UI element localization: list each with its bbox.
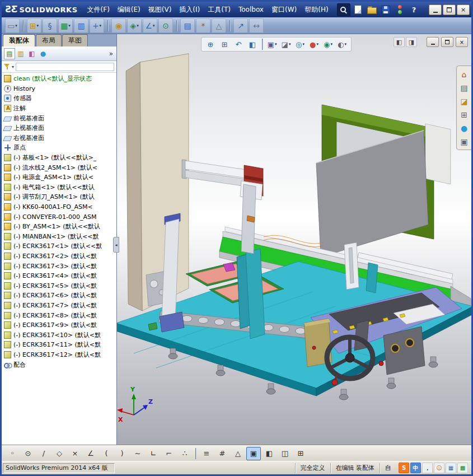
instant3d-icon[interactable]: ↗ (233, 18, 248, 33)
zoom-fit-icon[interactable]: ⊕ (204, 38, 217, 50)
polygon-tool-icon[interactable]: ◇ (52, 447, 67, 460)
appearances-icon[interactable]: ● (458, 122, 470, 134)
model-teal-plates[interactable] (237, 249, 265, 339)
grid-snap-icon[interactable]: # (215, 447, 230, 460)
custom-properties-icon[interactable]: ▣ (458, 136, 470, 147)
section-tool-icon[interactable]: ◧ (262, 447, 277, 460)
filter-input[interactable] (16, 63, 114, 71)
view-settings-icon[interactable]: ◐▾ (335, 38, 349, 50)
help-button[interactable]: ? (408, 4, 420, 16)
mate-icon[interactable]: § (43, 18, 57, 33)
spline-tool-icon[interactable]: ~ (130, 447, 145, 460)
tree-item-dianqixiang[interactable]: (-) 电气箱<1> (默认<<默认 (2, 183, 116, 193)
resources-home-icon[interactable]: ⌂ (458, 68, 470, 80)
new-motion-study-icon[interactable]: ⊙ (158, 18, 173, 33)
menu-file[interactable]: 文件(F) (83, 2, 114, 17)
ime-chinese-mode-icon[interactable]: 中 (410, 463, 421, 473)
tree-item-ecrk3617-2[interactable]: (-) ECRK3617<2> (默认<默 (2, 251, 116, 262)
status-light-button[interactable] (394, 4, 406, 16)
model-cabinet[interactable] (126, 54, 189, 311)
trim-entities-icon[interactable]: × (68, 447, 82, 460)
linear-component-pattern-icon[interactable]: ▦▾ (58, 18, 73, 33)
tangent-arc-icon[interactable]: ) (115, 447, 129, 460)
tree-item-history[interactable]: History (2, 84, 116, 94)
centerpoint-arc-icon[interactable]: ( (99, 447, 114, 460)
exploded-view-icon[interactable]: * (196, 18, 210, 33)
tree-item-sensors[interactable]: 传感器 (2, 94, 116, 104)
four-view-icon[interactable]: ⊞ (293, 447, 308, 460)
overflow-chevron[interactable]: » (109, 50, 114, 58)
tree-item-ecrk3617-9[interactable]: (-) ECRK3617<9> (默认<默 (2, 320, 116, 330)
displaymanager-tab-icon[interactable]: ● (38, 48, 49, 59)
tree-item-ecrk3617-8[interactable]: (-) ECRK3617<8> (默认<默 (2, 310, 116, 320)
previous-view-icon[interactable]: ↶ (232, 38, 245, 50)
perpendicular-line-icon[interactable]: ∟ (146, 447, 161, 460)
design-library-icon[interactable]: ▤ (458, 82, 470, 94)
tree-item-ecrk3617-7[interactable]: (-) ECRK3617<7> (默认<默 (2, 301, 116, 311)
insert-components-icon[interactable]: ⊞▾ (27, 18, 41, 33)
ime-keyboard-icon[interactable]: ▦ (446, 463, 456, 473)
point-pattern-icon[interactable]: ∴ (177, 447, 192, 460)
tree-item-ecrk3617-1[interactable]: (-) ECRK3617<1> (默认<<默 (2, 241, 116, 251)
two-view-icon[interactable]: ◫ (278, 447, 292, 460)
move-component-icon[interactable]: +▾ (90, 18, 104, 33)
apply-scene-icon[interactable]: ◉▾ (321, 38, 335, 50)
propertymanager-tab-icon[interactable]: ▥ (15, 48, 26, 59)
menu-edit[interactable]: 编辑(E) (114, 2, 144, 17)
point-tool-icon[interactable]: ◦ (5, 447, 20, 460)
configurationmanager-tab-icon[interactable]: ◧ (26, 48, 38, 59)
menu-view[interactable]: 视图(V) (144, 2, 176, 17)
ime-toolbox-icon[interactable]: ▩ (457, 463, 468, 473)
tree-item-ecrk3617-10[interactable]: (-) ECRK3617<10> (默认<默 (2, 330, 116, 340)
convert-entities-icon[interactable]: ≡ (199, 447, 214, 460)
hide-show-items-icon[interactable]: ◎▾ (293, 38, 307, 50)
open-button[interactable] (366, 4, 378, 16)
tree-item-right-plane[interactable]: 右视基准面 (2, 133, 116, 143)
panel-splitter-arrow[interactable]: ◂ (113, 237, 119, 253)
tree-item-ecrk3617-11[interactable]: (-) ECRK3617<11> (默认<默 (2, 340, 116, 350)
display-style-icon[interactable]: ◪▾ (279, 38, 293, 50)
zoom-area-icon[interactable]: ⊞ (218, 38, 231, 50)
ime-emoji-icon[interactable]: ☺ (434, 463, 444, 473)
menu-toolbox[interactable]: Toolbox (235, 2, 268, 17)
save-button[interactable] (380, 4, 392, 16)
tree-item-tiaojieguadao[interactable]: (-) 调节刮刀_ASM<1> (默认 (2, 192, 116, 202)
assembly-features-icon[interactable]: ◈▾ (127, 18, 142, 33)
menu-window[interactable]: 窗口(W) (268, 2, 301, 17)
tree-item-annotations[interactable]: 注解 (2, 104, 116, 114)
smart-fasteners-icon[interactable]: ▥ (74, 18, 88, 33)
edit-appearance-icon[interactable]: ●▾ (307, 38, 321, 50)
tree-item-liushuixian2[interactable]: (-) 流水线2_ASM<1> (默认< (2, 162, 116, 172)
file-explorer-icon[interactable]: ◪ (458, 95, 470, 107)
show-hidden-components-icon[interactable]: ◉ (111, 18, 126, 33)
tree-item-kk60[interactable]: ⚠(-) KK60-400A1-FO_ASM< (2, 202, 116, 212)
restore-button[interactable] (443, 4, 456, 15)
model-white-box[interactable] (425, 124, 451, 184)
shaded-view-icon[interactable]: ▣ (246, 447, 261, 460)
menu-tools[interactable]: 工具(T) (204, 2, 235, 17)
sogou-logo-icon[interactable]: S (399, 463, 409, 473)
tree-item-top-plane[interactable]: 上视基准面 (2, 123, 116, 133)
view-orientation-icon[interactable]: ▣▾ (265, 38, 279, 50)
pane-right-icon[interactable]: ◨ (406, 37, 417, 47)
tree-item-conveyer[interactable]: ⚠(-) CONVEYER-01-000_ASM (2, 212, 116, 222)
minimize-button[interactable] (429, 4, 442, 15)
tree-item-mates[interactable]: 配合 (2, 360, 116, 370)
search-button[interactable] (337, 3, 350, 16)
reference-geometry-icon[interactable]: ∠▾ (143, 18, 157, 33)
tree-item-ecrk3617-12[interactable]: (-) ECRK3617<12> (默认<默 (2, 350, 116, 360)
circle-tool-icon[interactable]: ⊙ (21, 447, 35, 460)
tree-item-mianban[interactable]: (-) MIANBAN<1> (默认<<默 (2, 232, 116, 242)
filter-icon[interactable] (4, 64, 10, 70)
tab-assembly[interactable]: 装配体 (3, 34, 35, 46)
tree-item-ecrk3617-5[interactable]: (-) ECRK3617<5> (默认<默 (2, 281, 116, 291)
measure-icon[interactable]: ↔ (249, 18, 264, 33)
tree-item-origin[interactable]: 原点 (2, 143, 116, 153)
new-document-button[interactable] (352, 4, 364, 16)
edit-component-icon[interactable]: ▭▾ (5, 18, 20, 33)
corner-rectangle-icon[interactable]: ⌐ (162, 447, 176, 460)
pane-left-icon[interactable]: ◧ (394, 37, 405, 47)
tree-item-by-asm[interactable]: ⚠(-) BY_ASM<1> (默认<<默认 (2, 222, 116, 232)
tab-layout[interactable]: 布局 (36, 34, 62, 46)
menu-help[interactable]: 帮助(H) (301, 2, 332, 17)
